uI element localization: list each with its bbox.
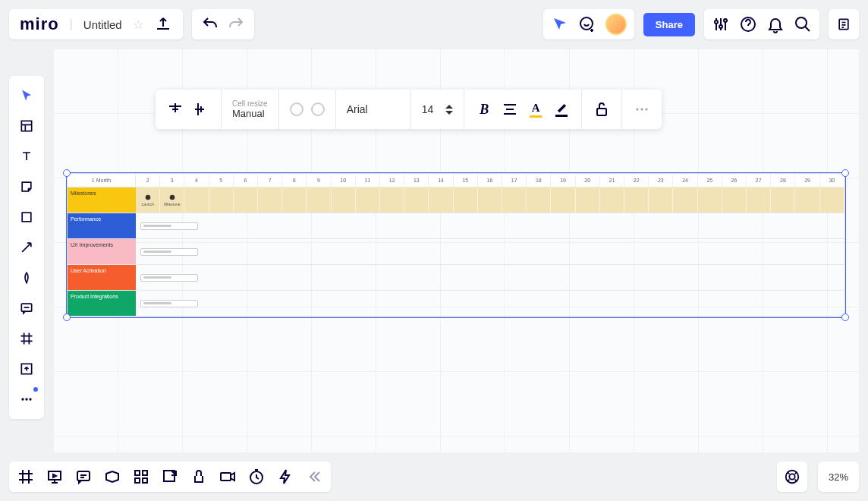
roadmap-grid[interactable]: 1 Month 23456789101112131415161718192021… (67, 173, 845, 317)
more-tools[interactable] (12, 386, 41, 413)
milestone-cell[interactable] (551, 187, 575, 213)
connection-tool[interactable] (12, 234, 41, 261)
milestone-cell[interactable] (234, 187, 258, 213)
milestone-cell[interactable] (454, 187, 478, 213)
milestone-cell[interactable] (380, 187, 404, 213)
border-color-picker[interactable] (311, 102, 325, 116)
voting-icon[interactable] (190, 468, 208, 486)
apps-icon[interactable] (132, 468, 150, 486)
text-tool[interactable] (12, 143, 41, 170)
rocket-icon[interactable]: Launch (136, 187, 160, 213)
task-bar[interactable] (140, 248, 198, 256)
milestone-cell[interactable] (649, 187, 673, 213)
milestone-cell[interactable] (429, 187, 453, 213)
more-icon[interactable] (633, 100, 651, 118)
fill-color-picker[interactable] (290, 102, 303, 116)
chat-icon[interactable] (74, 468, 93, 486)
roadmap-row[interactable]: User Activation (68, 265, 844, 291)
milestone-cell[interactable] (820, 187, 844, 213)
roadmap-row[interactable]: MilestonesLaunchMilestone (68, 187, 844, 213)
highlight-icon[interactable] (552, 100, 571, 118)
milestone-cell[interactable] (184, 187, 209, 213)
notifications-icon[interactable] (766, 15, 785, 33)
redo-icon[interactable] (227, 15, 245, 33)
avatar[interactable] (605, 14, 627, 35)
notes-panel[interactable] (829, 9, 859, 39)
logo[interactable]: miro (20, 14, 59, 34)
milestone-cell[interactable] (356, 187, 380, 213)
milestone-cell[interactable] (282, 187, 307, 213)
task-bar[interactable] (140, 222, 198, 230)
upload-icon[interactable] (154, 15, 172, 33)
row-content[interactable]: LaunchMilestone (136, 187, 844, 213)
collapse-icon[interactable] (305, 468, 323, 486)
star-icon[interactable]: ☆ (133, 17, 143, 32)
presentation-icon[interactable] (46, 468, 64, 486)
milestone-cell[interactable] (527, 187, 551, 213)
text-color-icon[interactable]: A (527, 100, 545, 118)
milestone-cell[interactable] (209, 187, 234, 213)
frame-tool[interactable] (12, 325, 41, 352)
milestone-cell[interactable] (502, 187, 527, 213)
upload-tool[interactable] (12, 355, 41, 383)
font-size-decrease[interactable] (445, 111, 453, 115)
milestone-cell[interactable] (747, 187, 771, 213)
milestone-cell[interactable] (795, 187, 819, 213)
reactions-icon[interactable] (578, 15, 596, 33)
roadmap-row[interactable]: Performance (68, 213, 844, 239)
align-icon[interactable] (501, 100, 519, 118)
milestone-cell[interactable] (307, 187, 331, 213)
export-icon[interactable] (161, 468, 179, 486)
milestone-cell[interactable] (698, 187, 722, 213)
board-title[interactable]: Untitled (83, 18, 122, 31)
frames-icon[interactable] (17, 468, 35, 486)
roadmap-row[interactable]: UX Improvements (68, 239, 844, 265)
row-content[interactable] (136, 265, 844, 290)
roadmap-row[interactable]: Product Integrations (68, 291, 844, 317)
bold-icon[interactable]: B (475, 100, 493, 118)
zoom-panel[interactable]: 32% (818, 462, 859, 492)
day-column: 29 (795, 174, 819, 187)
timer-icon[interactable] (247, 468, 266, 486)
font-family-select[interactable]: Arial (347, 103, 400, 115)
comment-tool[interactable] (12, 295, 41, 322)
sticky-note-tool[interactable] (12, 173, 41, 200)
milestone-cell[interactable] (576, 187, 600, 213)
activity-icon[interactable] (276, 468, 294, 486)
row-content[interactable] (136, 239, 844, 264)
milestone-cell[interactable] (771, 187, 795, 213)
search-icon[interactable] (794, 15, 812, 33)
undo-icon[interactable] (201, 15, 219, 33)
task-bar[interactable] (140, 274, 198, 282)
milestone-cell[interactable] (332, 187, 356, 213)
font-size-increase[interactable] (445, 105, 453, 109)
milestone-cell[interactable] (478, 187, 502, 213)
add-row-above-icon[interactable] (166, 100, 184, 118)
row-content[interactable] (136, 291, 844, 316)
lock-icon[interactable] (593, 100, 611, 118)
shape-tool[interactable] (12, 203, 41, 231)
pen-tool[interactable] (12, 264, 41, 291)
cell-resize-value[interactable]: Manual (232, 108, 268, 119)
help-icon[interactable] (739, 15, 757, 33)
row-content[interactable] (136, 213, 844, 238)
task-bar[interactable] (140, 300, 198, 307)
add-column-left-icon[interactable] (192, 100, 210, 118)
milestone-cell[interactable] (673, 187, 697, 213)
video-icon[interactable] (219, 468, 237, 486)
milestone-cell[interactable] (404, 187, 429, 213)
milestone-cell[interactable] (258, 187, 282, 213)
share-button[interactable]: Share (643, 13, 695, 36)
font-size-input[interactable]: 14 (422, 103, 434, 115)
card-icon[interactable] (103, 468, 121, 486)
settings-icon[interactable] (712, 15, 730, 33)
select-tool[interactable] (12, 82, 41, 109)
zoom-level[interactable]: 32% (829, 471, 848, 483)
help-center-icon[interactable] (777, 462, 807, 492)
milestone-cell[interactable] (722, 187, 747, 213)
target-icon[interactable]: Milestone (160, 187, 184, 213)
milestone-cell[interactable] (624, 187, 649, 213)
template-tool[interactable] (12, 112, 41, 140)
cursor-follow-icon[interactable] (551, 15, 569, 33)
milestone-cell[interactable] (600, 187, 624, 213)
